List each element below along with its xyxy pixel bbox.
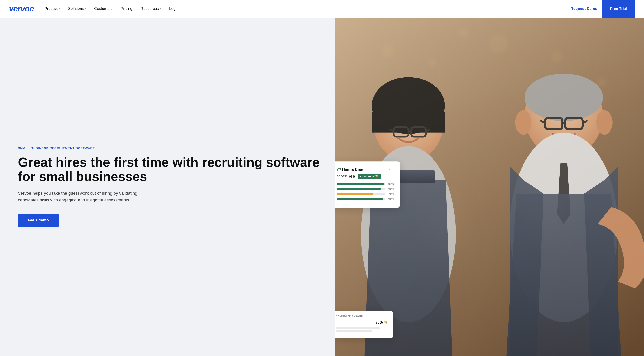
bar-pct: 75% — [387, 192, 394, 195]
answer-score: 98% — [376, 320, 383, 324]
score-row: SCORE 98% RANK 1/125 🏆 — [337, 174, 394, 179]
bar-fill — [337, 188, 381, 190]
bar-track — [337, 183, 385, 185]
answer-card: Candidate Answer 98% 🏆 — [335, 311, 394, 338]
bar-track — [337, 193, 385, 195]
bar-row-1: 98% — [337, 182, 394, 186]
nav-login[interactable]: Login — [169, 7, 178, 11]
hero-subtitle: Vervoe helps you take the guesswork out … — [18, 190, 144, 204]
hero-section: Small Business Recruitment Software Grea… — [0, 18, 644, 356]
svg-point-14 — [596, 110, 612, 135]
nav-actions: Request Demo Free Trial — [570, 0, 635, 18]
bar-row-4: 96% — [337, 197, 394, 200]
candidate-name: Hanna Dias — [342, 167, 363, 172]
nav-solutions[interactable]: Solutions ▾ — [68, 7, 86, 11]
answer-line — [336, 327, 380, 328]
navbar: vervoe Product ▾ Solutions ▾ Customers P… — [0, 0, 644, 18]
bar-fill — [337, 193, 373, 195]
nav-product[interactable]: Product ▾ — [44, 7, 60, 11]
bar-track — [337, 198, 385, 200]
score-card: 🏷 Hanna Dias ··· SCORE 98% RANK 1/125 🏆 … — [335, 161, 400, 208]
bar-track — [337, 188, 385, 190]
bar-pct: 91% — [387, 187, 394, 190]
hero-title: Great hires the first time with recruiti… — [18, 155, 322, 184]
nav-links: Product ▾ Solutions ▾ Customers Pricing … — [44, 7, 570, 11]
nav-customers[interactable]: Customers — [94, 7, 113, 11]
chevron-down-icon: ▾ — [85, 8, 86, 10]
trophy-icon: 🏆 — [375, 175, 378, 178]
bar-fill — [337, 198, 383, 200]
bar-row-2: 91% — [337, 187, 394, 190]
svg-point-13 — [515, 110, 531, 135]
bar-pct: 96% — [387, 197, 394, 200]
card-header: 🏷 Hanna Dias ··· — [337, 167, 394, 172]
rank-badge: RANK 1/125 🏆 — [358, 174, 381, 179]
answer-score-row: 98% 🏆 — [336, 320, 388, 324]
free-trial-button[interactable]: Free Trial — [602, 0, 635, 18]
logo[interactable]: vervoe — [9, 4, 34, 14]
answer-label: Candidate Answer — [336, 315, 388, 318]
get-demo-button[interactable]: Get a demo — [18, 214, 59, 227]
nav-resources[interactable]: Resources ▾ — [140, 7, 161, 11]
hero-right: 🏷 Hanna Dias ··· SCORE 98% RANK 1/125 🏆 … — [335, 18, 644, 356]
answer-line — [336, 330, 372, 332]
bookmark-icon: 🏷 — [337, 167, 340, 172]
trophy-icon: 🏆 — [384, 321, 388, 324]
svg-point-12 — [524, 74, 603, 121]
more-options-icon[interactable]: ··· — [389, 167, 394, 172]
bar-row-3: 75% — [337, 192, 394, 195]
hero-left: Small Business Recruitment Software Grea… — [0, 18, 335, 356]
nav-pricing[interactable]: Pricing — [121, 7, 132, 11]
score-value: 98% — [349, 175, 356, 178]
request-demo-button[interactable]: Request Demo — [570, 7, 597, 11]
rank-text: RANK 1/125 — [360, 175, 374, 178]
chevron-down-icon: ▾ — [160, 8, 161, 10]
card-name-row: 🏷 Hanna Dias — [337, 167, 363, 172]
chevron-down-icon: ▾ — [59, 8, 60, 10]
score-label: SCORE — [337, 175, 347, 178]
bar-pct: 98% — [387, 182, 394, 186]
hero-tag: Small Business Recruitment Software — [18, 146, 322, 150]
bar-fill — [337, 183, 384, 185]
